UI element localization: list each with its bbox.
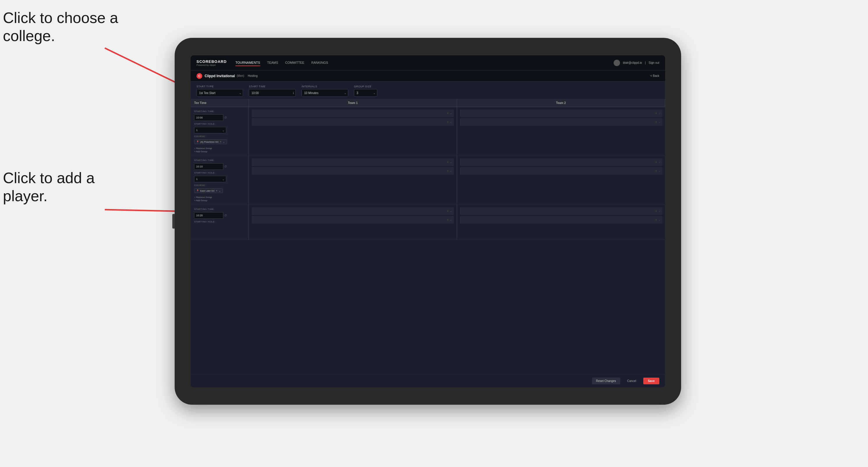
player-slot-5-1[interactable]: × ⌄	[252, 207, 454, 215]
player-arrow-icon[interactable]: ⌄	[450, 112, 452, 115]
nav-link-committee[interactable]: COMMITTEE	[285, 60, 305, 66]
player-arrow-icon-3[interactable]: ⌄	[658, 112, 660, 115]
sub-header-hosting: Hosting	[248, 74, 258, 77]
ps-a3[interactable]: ⌄	[658, 161, 660, 164]
player-slot-5-2[interactable]: × ⌄	[252, 216, 454, 224]
player-slot-3-2[interactable]: × ⌄	[252, 167, 454, 175]
table-body: STARTING TIME: ⏱ STARTING HOLE: 1	[191, 107, 665, 374]
course-label-2: COURSE:	[194, 184, 245, 187]
starting-time-input-1[interactable]	[194, 115, 223, 121]
course-icon-2: 📍	[196, 190, 199, 192]
ps-a2[interactable]: ⌄	[450, 169, 452, 173]
starting-hole-select-2[interactable]: 1	[194, 176, 226, 182]
add-group-2[interactable]: + Add Group	[194, 199, 245, 202]
player-slot-2-1[interactable]: × ⌄	[460, 110, 662, 117]
ps-a4[interactable]: ⌄	[658, 169, 660, 173]
ps-x2[interactable]: ×	[447, 169, 448, 173]
tablet-frame: SCOREBOARD Powered by clippd TOURNAMENTS…	[175, 38, 681, 405]
save-button[interactable]: Save	[643, 378, 659, 384]
starting-hole-label-1: STARTING HOLE:	[194, 123, 245, 125]
player-slot-2-2[interactable]: × ⌄	[460, 118, 662, 126]
course-name-1: (A) Peachtree GC	[200, 141, 219, 143]
player-arrow-icon-2[interactable]: ⌄	[450, 121, 452, 123]
start-type-select[interactable]: 1st Tee Start	[196, 89, 243, 97]
player-slot-1-2[interactable]: × ⌄	[252, 118, 454, 126]
course-remove-1[interactable]: ×	[220, 140, 221, 143]
course-label-1: COURSE:	[194, 135, 245, 138]
ps-x5[interactable]: ×	[447, 210, 448, 213]
sub-header-back[interactable]: < Back	[650, 74, 659, 77]
group-size-select[interactable]: 3	[354, 89, 377, 97]
content-area: Start Type 1st Tee Start Start Time ℹ	[191, 82, 665, 387]
tablet-side-button[interactable]	[172, 214, 175, 228]
nav-link-rankings[interactable]: RANKINGS	[311, 60, 328, 66]
ps-x6[interactable]: ×	[447, 218, 448, 221]
nav-logo: SCOREBOARD Powered by clippd	[196, 59, 227, 66]
player-slot-1-1[interactable]: × ⌄	[252, 110, 454, 117]
hole-select-wrapper-2: 1	[194, 176, 226, 182]
starting-hole-select-1[interactable]: 1	[194, 127, 226, 133]
sub-header-logo: C	[196, 73, 202, 79]
course-arrow-2[interactable]: ⌄	[219, 189, 221, 192]
tee-team1-3: × ⌄ × ⌄	[249, 205, 457, 240]
remove-group-1[interactable]: ○ Remove Group	[194, 147, 245, 150]
starting-hole-row-1: 1	[194, 127, 245, 133]
nav-sign-out[interactable]: Sign out	[649, 61, 659, 64]
remove-group-2[interactable]: ○ Remove Group	[194, 196, 245, 198]
player-slot-4-1[interactable]: × ⌄	[460, 158, 662, 166]
start-time-input[interactable]	[249, 89, 296, 97]
ps-x7[interactable]: ×	[655, 210, 657, 213]
tee-team2-3: × ⌄ × ⌄	[457, 205, 665, 240]
intervals-select[interactable]: 10 Minutes	[302, 89, 348, 97]
clock-icon-3: ⏱	[224, 214, 227, 217]
nav-right: blair@clippd.io | Sign out	[614, 60, 659, 66]
group-size-wrapper: 3	[354, 89, 377, 97]
course-tag-1[interactable]: 📍 (A) Peachtree GC × ⌄	[194, 139, 227, 144]
ps-a6[interactable]: ⌄	[450, 218, 452, 221]
starting-time-input-3[interactable]	[194, 212, 223, 219]
player-x-icon-2[interactable]: ×	[447, 121, 448, 123]
nav-user-email: blair@clippd.io	[623, 61, 642, 64]
ps-a8[interactable]: ⌄	[658, 218, 660, 221]
sub-header-title: Clippd Invitational	[205, 74, 235, 78]
player-slot-4-2[interactable]: × ⌄	[460, 167, 662, 175]
player-x-icon-3[interactable]: ×	[655, 112, 657, 115]
ps-x4[interactable]: ×	[655, 169, 657, 173]
course-name-2: East Lake GC	[200, 190, 215, 192]
ps-a5[interactable]: ⌄	[450, 210, 452, 213]
sub-header-tag: (Men)	[237, 74, 244, 77]
ps-x8[interactable]: ×	[655, 218, 657, 221]
ps-x3[interactable]: ×	[655, 161, 657, 164]
ps-a1[interactable]: ⌄	[450, 161, 452, 164]
reset-button[interactable]: Reset Changes	[592, 378, 620, 384]
nav-avatar	[614, 60, 620, 66]
tee-team1-1: × ⌄ × ⌄	[249, 107, 457, 156]
add-group-1[interactable]: + Add Group	[194, 150, 245, 153]
nav-separator: |	[645, 61, 646, 64]
clock-icon-2: ⏱	[224, 165, 227, 168]
tee-team2-2: × ⌄ × ⌄	[457, 156, 665, 205]
starting-time-input-2[interactable]	[194, 163, 223, 170]
ps-x1[interactable]: ×	[447, 161, 448, 164]
nav-link-teams[interactable]: TEAMS	[267, 60, 278, 66]
nav-link-tournaments[interactable]: TOURNAMENTS	[236, 60, 260, 66]
player-slot-6-1[interactable]: × ⌄	[460, 207, 662, 215]
nav-logo-sub: Powered by clippd	[196, 64, 227, 66]
course-tag-2[interactable]: 📍 East Lake GC × ⌄	[194, 188, 223, 193]
group-size-label: Group Size	[354, 85, 377, 88]
course-arrow-1[interactable]: ⌄	[223, 140, 225, 143]
player-x-icon-4[interactable]: ×	[655, 121, 657, 123]
ps-a7[interactable]: ⌄	[658, 210, 660, 213]
player-arrow-icon-4[interactable]: ⌄	[658, 121, 660, 123]
info-icon: ℹ	[293, 91, 294, 95]
player-slot-3-1[interactable]: × ⌄	[252, 158, 454, 166]
start-type-wrapper: 1st Tee Start	[196, 89, 243, 97]
footer-bar: Reset Changes Cancel Save	[191, 374, 665, 387]
starting-time-label-1: STARTING TIME:	[194, 110, 245, 113]
starting-hole-row-2: 1	[194, 176, 245, 182]
cancel-button[interactable]: Cancel	[623, 378, 640, 384]
annotation-player: Click to add a player.	[3, 169, 114, 205]
player-slot-6-2[interactable]: × ⌄	[460, 216, 662, 224]
player-x-icon[interactable]: ×	[447, 112, 448, 115]
course-remove-2[interactable]: ×	[216, 189, 217, 192]
